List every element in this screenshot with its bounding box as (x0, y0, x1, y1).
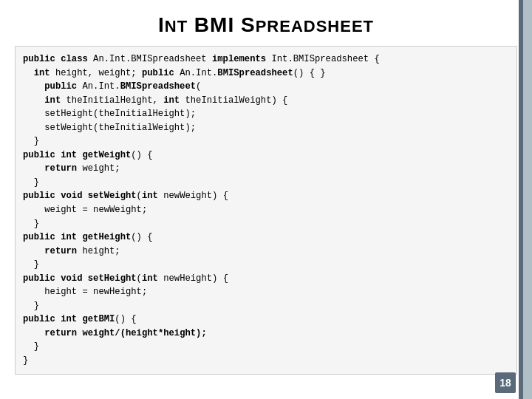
title-int: INT (158, 13, 188, 36)
code-line-20: public int getBMI() { (23, 313, 509, 327)
code-line-18: height = newHeight; (23, 285, 509, 299)
code-line-17: public void setHeight(int newHeight) { (23, 272, 509, 286)
code-line-12: weight = newWeight; (23, 203, 509, 217)
code-line-23: } (23, 354, 509, 368)
code-line-10: } (23, 176, 509, 190)
title-bmi: BMI (194, 13, 241, 36)
slide-title: INT BMI SPREADSHEET (158, 13, 374, 36)
code-line-21: return weight/(height*height); (23, 327, 509, 341)
code-line-9: return weight; (23, 162, 509, 176)
title-spreadsheet: SPREADSHEET (241, 13, 374, 36)
code-line-16: } (23, 258, 509, 272)
code-line-5: setHeight(theInitialHeight); (23, 107, 509, 121)
code-line-13: } (23, 217, 509, 231)
code-container: public class An.Int.BMISpreadsheet imple… (15, 46, 517, 375)
code-line-4: int theInitialHeight, int theInitialWeig… (23, 94, 509, 108)
page-number: 18 (495, 372, 516, 393)
deco-bars (519, 0, 532, 399)
deco-bar-light (523, 0, 532, 399)
code-line-6: setWeight(theInitialWeight); (23, 121, 509, 135)
code-line-8: public int getWeight() { (23, 149, 509, 163)
title-area: INT BMI SPREADSHEET (0, 0, 532, 44)
code-line-22: } (23, 340, 509, 354)
code-line-2: int height, weight; public An.Int.BMISpr… (23, 66, 509, 81)
code-line-1: public class An.Int.BMISpreadsheet imple… (23, 52, 509, 66)
code-line-19: } (23, 299, 509, 313)
code-line-7: } (23, 134, 509, 149)
slide: 18 INT BMI SPREADSHEET public class An.I… (0, 0, 532, 399)
code-line-14: public int getHeight() { (23, 231, 509, 245)
code-line-3: public An.Int.BMISpreadsheet( (23, 80, 509, 94)
code-line-11: public void setWeight(int newWeight) { (23, 189, 509, 203)
code-line-15: return height; (23, 245, 509, 259)
